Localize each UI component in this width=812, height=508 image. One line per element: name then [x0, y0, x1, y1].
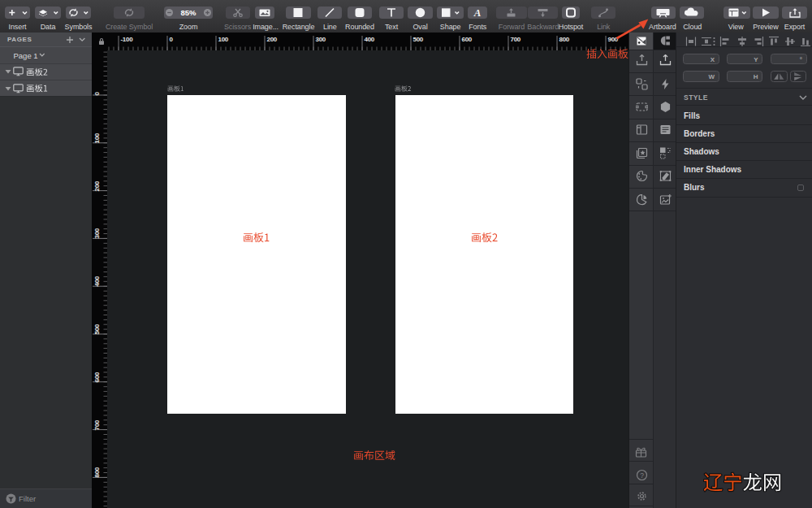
svg-text:?: ? [640, 471, 644, 480]
